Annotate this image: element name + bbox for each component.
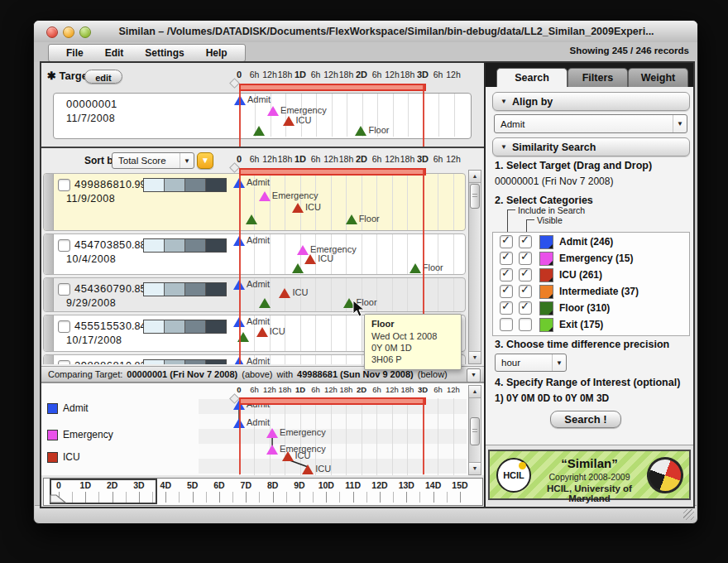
event-marker-emergency[interactable] bbox=[266, 445, 278, 455]
range-bar[interactable] bbox=[239, 84, 426, 91]
event-marker-floor[interactable] bbox=[355, 126, 366, 136]
sort-expand-button[interactable]: ▼ bbox=[197, 152, 213, 169]
tab-filters[interactable]: Filters bbox=[568, 68, 628, 88]
edit-button[interactable]: edit bbox=[84, 70, 122, 84]
event-marker-icu[interactable] bbox=[302, 464, 314, 474]
menu-item-edit[interactable]: Edit bbox=[94, 47, 135, 59]
score-bar-segment bbox=[185, 239, 206, 252]
row-id: 39888681 bbox=[74, 359, 126, 364]
visible-checkbox-floor[interactable] bbox=[519, 301, 532, 315]
range-bar[interactable] bbox=[239, 168, 426, 176]
row-drag-handle[interactable] bbox=[44, 234, 54, 274]
include-checkbox-floor[interactable] bbox=[500, 301, 513, 315]
scrollbar[interactable]: ▲▼ bbox=[468, 385, 481, 475]
row-drag-handle[interactable] bbox=[44, 355, 54, 364]
align-by-combobox[interactable]: Admit ▼ bbox=[494, 114, 687, 133]
event-marker-emergency[interactable] bbox=[267, 106, 279, 116]
overview-tick bbox=[246, 492, 247, 503]
row-drag-handle[interactable] bbox=[44, 174, 54, 230]
event-label: Emergency bbox=[280, 427, 326, 437]
scroll-down-button[interactable]: ▼ bbox=[469, 462, 481, 474]
title-bar[interactable]: Similan – /Volumes/DATADISK/Documents/Fl… bbox=[34, 21, 697, 43]
comparing-dropdown-button[interactable]: ▼ bbox=[467, 368, 481, 383]
result-row[interactable]: 499886810.9911/9/2008AdmitEmergencyICUFl… bbox=[43, 173, 466, 231]
similarity-search-header[interactable]: ▼ Similarity Search bbox=[492, 137, 690, 156]
scroll-up-button[interactable]: ▲ bbox=[469, 386, 481, 398]
include-checkbox-exit[interactable] bbox=[500, 318, 513, 331]
include-checkbox-icu[interactable] bbox=[500, 268, 513, 282]
row-checkbox[interactable] bbox=[58, 320, 70, 333]
grid-line bbox=[316, 94, 317, 137]
chevron-down-icon: ▼ bbox=[552, 354, 566, 371]
category-label: Exit (175) bbox=[559, 319, 603, 330]
sort-combobox[interactable]: Total Score ▼ bbox=[112, 152, 194, 169]
scroll-thumb[interactable] bbox=[470, 417, 480, 445]
search-button[interactable]: Search ! bbox=[550, 411, 621, 428]
category-color-swatch-intermediate[interactable] bbox=[539, 285, 553, 299]
include-checkbox-intermediate[interactable] bbox=[500, 285, 513, 298]
overview-tick-label: 5D bbox=[181, 480, 204, 490]
event-marker-icu[interactable] bbox=[256, 327, 268, 337]
scroll-down-button[interactable]: ▼ bbox=[469, 351, 481, 363]
menu-item-help[interactable]: Help bbox=[195, 47, 238, 59]
event-marker-floor[interactable] bbox=[292, 263, 304, 273]
event-marker-floor[interactable] bbox=[246, 214, 257, 224]
legend-swatch-admit bbox=[47, 403, 58, 414]
precision-combobox[interactable]: hour ▼ bbox=[495, 354, 567, 372]
align-by-header[interactable]: ▼ Align by bbox=[492, 92, 690, 111]
event-marker-floor[interactable] bbox=[346, 214, 357, 224]
logo-copyright: Copyright 2008-2009 bbox=[535, 472, 644, 482]
resize-grip[interactable] bbox=[683, 509, 694, 520]
visible-checkbox-admit[interactable] bbox=[519, 235, 532, 248]
grid-line bbox=[408, 94, 409, 137]
range-bar[interactable] bbox=[239, 397, 426, 405]
category-color-swatch-icu[interactable] bbox=[539, 268, 553, 282]
visible-checkbox-icu[interactable] bbox=[519, 268, 532, 282]
sort-combobox-value: Total Score bbox=[113, 156, 180, 166]
menu-item-settings[interactable]: Settings bbox=[134, 47, 194, 59]
scroll-up-button[interactable]: ▲ bbox=[469, 171, 481, 183]
scroll-thumb[interactable] bbox=[470, 184, 480, 209]
include-checkbox-emergency[interactable] bbox=[500, 252, 513, 265]
row-checkbox[interactable] bbox=[58, 179, 70, 191]
tab-weight[interactable]: Weight bbox=[628, 68, 688, 88]
event-marker-emergency[interactable] bbox=[266, 428, 278, 438]
row-drag-handle[interactable] bbox=[44, 315, 54, 351]
category-color-swatch-admit[interactable] bbox=[539, 235, 553, 249]
scrollbar[interactable]: ▲▼ bbox=[468, 170, 481, 364]
visible-checkbox-intermediate[interactable] bbox=[519, 285, 532, 298]
visible-checkbox-exit[interactable] bbox=[519, 318, 532, 331]
menu-item-file[interactable]: File bbox=[55, 47, 94, 59]
overview-tick bbox=[339, 492, 340, 503]
visible-checkbox-emergency[interactable] bbox=[519, 252, 532, 265]
event-marker-floor[interactable] bbox=[253, 126, 265, 136]
overview-tick bbox=[232, 492, 233, 503]
include-checkbox-admit[interactable] bbox=[500, 235, 513, 248]
event-marker-icu[interactable] bbox=[304, 254, 316, 264]
event-marker-icu[interactable] bbox=[282, 451, 294, 461]
event-marker-icu[interactable] bbox=[279, 288, 290, 298]
row-date: 10/4/2008 bbox=[66, 253, 116, 265]
minimize-button[interactable] bbox=[63, 26, 74, 38]
overview-axis[interactable]: 01D2D3D4D5D6D7D8D9D10D11D12D13D14D15D bbox=[43, 478, 483, 506]
event-marker-icu[interactable] bbox=[283, 116, 295, 126]
row-checkbox[interactable] bbox=[58, 283, 70, 296]
result-row[interactable]: 454703850.8810/4/2008AdmitEmergencyICUFl… bbox=[43, 233, 466, 275]
event-marker-floor[interactable] bbox=[410, 263, 421, 273]
close-button[interactable] bbox=[46, 26, 58, 38]
zoom-button[interactable] bbox=[79, 26, 91, 38]
row-checkbox[interactable] bbox=[58, 360, 70, 364]
grid-line bbox=[407, 278, 408, 311]
category-color-swatch-floor[interactable] bbox=[539, 301, 553, 315]
row-checkbox[interactable] bbox=[58, 239, 70, 252]
grid-line bbox=[453, 398, 454, 475]
event-marker-icu[interactable] bbox=[292, 203, 304, 213]
category-color-swatch-emergency[interactable] bbox=[539, 252, 553, 266]
event-marker-floor[interactable] bbox=[259, 298, 271, 308]
row-drag-handle[interactable] bbox=[44, 278, 54, 311]
event-marker-emergency[interactable] bbox=[259, 191, 271, 201]
overview-selection-handle[interactable] bbox=[50, 494, 68, 504]
category-color-swatch-exit[interactable] bbox=[539, 318, 553, 332]
tab-search[interactable]: Search bbox=[496, 68, 568, 88]
result-row[interactable]: 454360790.859/29/2008AdmitICUFloor bbox=[43, 277, 466, 312]
